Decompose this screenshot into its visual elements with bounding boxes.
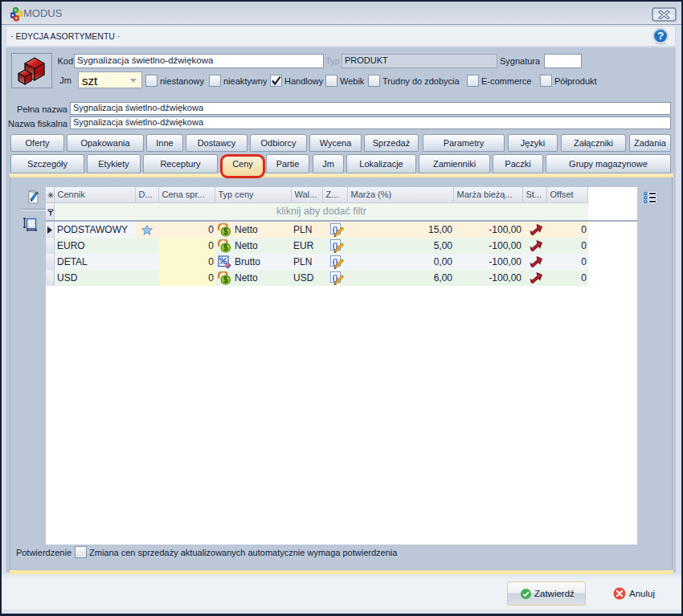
svg-text:$: $ [223,227,228,236]
svg-text:$: $ [223,243,228,252]
svg-text:$: $ [223,275,228,284]
svg-text:?: ? [657,30,664,42]
